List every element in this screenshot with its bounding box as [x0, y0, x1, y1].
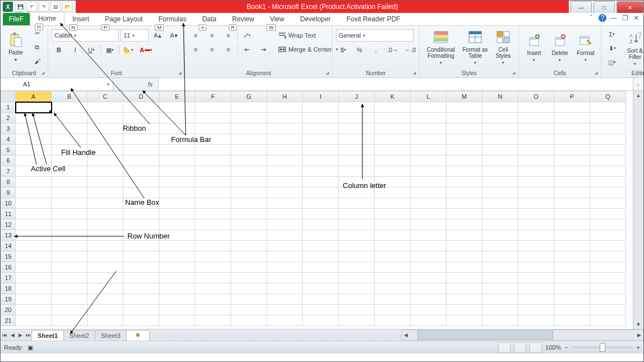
- cell[interactable]: [590, 145, 626, 155]
- worksheet-grid[interactable]: ABCDEFGHIJKLMNOPQ12345678910111213141516…: [1, 91, 643, 329]
- cell[interactable]: [554, 294, 590, 305]
- cell[interactable]: [482, 251, 518, 262]
- row-header[interactable]: 2: [1, 113, 16, 123]
- cell[interactable]: [375, 102, 411, 113]
- cell[interactable]: [88, 166, 123, 177]
- zoom-level[interactable]: 100%: [545, 344, 561, 351]
- cell[interactable]: [411, 230, 447, 241]
- cell[interactable]: [518, 219, 554, 230]
- tab-review[interactable]: ReviewR: [224, 13, 262, 25]
- cell[interactable]: [159, 230, 195, 241]
- cell[interactable]: [123, 187, 159, 198]
- format-painter-button[interactable]: 🖌: [30, 55, 44, 67]
- cell[interactable]: [88, 155, 123, 166]
- cell[interactable]: [411, 283, 447, 294]
- cell[interactable]: [339, 155, 375, 166]
- cell[interactable]: [16, 251, 52, 262]
- cell[interactable]: [590, 230, 626, 241]
- name-box[interactable]: A1▾: [1, 78, 113, 90]
- qat-redo-icon[interactable]: ↷: [39, 2, 49, 12]
- cell[interactable]: [267, 166, 303, 177]
- cell[interactable]: [411, 315, 447, 326]
- cell[interactable]: [339, 134, 375, 145]
- cell[interactable]: [52, 219, 88, 230]
- cell[interactable]: [88, 102, 123, 113]
- cell[interactable]: [16, 305, 52, 315]
- increase-font-button[interactable]: A▴: [150, 29, 165, 42]
- cell[interactable]: [554, 177, 590, 187]
- cell[interactable]: [231, 198, 267, 209]
- cell[interactable]: [195, 145, 231, 155]
- workbook-restore-icon[interactable]: ❐: [621, 14, 629, 22]
- cell[interactable]: [339, 283, 375, 294]
- column-header[interactable]: I: [303, 91, 339, 102]
- cell[interactable]: [16, 166, 52, 177]
- cell[interactable]: [554, 102, 590, 113]
- cell[interactable]: [16, 113, 52, 123]
- column-header[interactable]: B: [52, 91, 88, 102]
- fx-button[interactable]: fx: [113, 78, 159, 90]
- cell[interactable]: [411, 113, 447, 123]
- cell[interactable]: [554, 166, 590, 177]
- cell[interactable]: [447, 273, 482, 283]
- new-sheet-button[interactable]: ✸: [126, 330, 150, 341]
- cell[interactable]: [303, 113, 339, 123]
- zoom-out-button[interactable]: −: [564, 344, 568, 351]
- cell[interactable]: [554, 283, 590, 294]
- cell[interactable]: [554, 145, 590, 155]
- page-layout-view-button[interactable]: [514, 342, 526, 352]
- row-header[interactable]: 8: [1, 177, 16, 187]
- cell[interactable]: [52, 145, 88, 155]
- column-header[interactable]: N: [482, 91, 518, 102]
- cell[interactable]: [447, 177, 482, 187]
- comma-button[interactable]: ,: [369, 44, 383, 56]
- cell[interactable]: [231, 294, 267, 305]
- cell[interactable]: [339, 113, 375, 123]
- qat-open-icon[interactable]: 📂: [62, 2, 72, 12]
- row-header[interactable]: 14: [1, 241, 16, 251]
- cell[interactable]: [195, 219, 231, 230]
- zoom-slider[interactable]: [572, 346, 633, 349]
- cell[interactable]: [123, 113, 159, 123]
- cell[interactable]: [123, 166, 159, 177]
- minimize-button[interactable]: —: [571, 1, 592, 13]
- cell[interactable]: [267, 273, 303, 283]
- cell[interactable]: [52, 230, 88, 241]
- cell[interactable]: [88, 262, 123, 273]
- cell[interactable]: [590, 283, 626, 294]
- cell[interactable]: [518, 145, 554, 155]
- qat-new-icon[interactable]: ▤: [50, 2, 61, 12]
- cell[interactable]: [123, 251, 159, 262]
- cell[interactable]: [339, 262, 375, 273]
- qat-save-icon[interactable]: 💾: [15, 2, 25, 12]
- align-top-button[interactable]: ≡: [188, 29, 203, 42]
- tab-developer[interactable]: Developer: [292, 13, 339, 25]
- cell[interactable]: [375, 134, 411, 145]
- formula-input[interactable]: [159, 78, 633, 90]
- cell[interactable]: [267, 251, 303, 262]
- cell[interactable]: [267, 230, 303, 241]
- cell[interactable]: [16, 262, 52, 273]
- cell[interactable]: [195, 294, 231, 305]
- currency-button[interactable]: $▾: [336, 44, 351, 56]
- cell[interactable]: [16, 102, 52, 113]
- cell[interactable]: [447, 166, 482, 177]
- cell[interactable]: [123, 241, 159, 251]
- cell[interactable]: [411, 145, 447, 155]
- cell[interactable]: [123, 219, 159, 230]
- cell[interactable]: [411, 123, 447, 134]
- row-header[interactable]: 19: [1, 294, 16, 305]
- cell[interactable]: [518, 294, 554, 305]
- cell[interactable]: [447, 219, 482, 230]
- cell[interactable]: [159, 273, 195, 283]
- cell[interactable]: [554, 187, 590, 198]
- cell[interactable]: [303, 166, 339, 177]
- cell[interactable]: [590, 113, 626, 123]
- cell[interactable]: [447, 315, 482, 326]
- row-header[interactable]: 1: [1, 102, 16, 113]
- cell[interactable]: [195, 123, 231, 134]
- cell[interactable]: [231, 305, 267, 315]
- cell[interactable]: [88, 230, 123, 241]
- select-all-corner[interactable]: [1, 91, 16, 102]
- cell[interactable]: [447, 198, 482, 209]
